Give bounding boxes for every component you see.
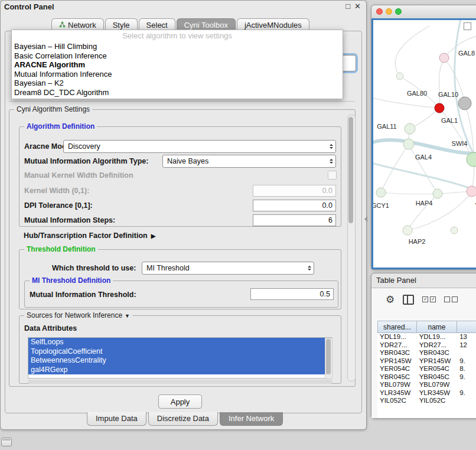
network-node[interactable] xyxy=(403,226,412,235)
table-cell[interactable]: YER054C xyxy=(417,365,457,373)
network-node[interactable] xyxy=(439,53,449,63)
table-cell[interactable]: YLR345W xyxy=(377,389,417,397)
float-window-icon[interactable]: □ xyxy=(345,2,350,11)
table-cell[interactable]: YIL052C xyxy=(417,397,457,405)
table-row[interactable]: YBL079WYBL079W xyxy=(377,381,476,389)
column-selector-icon[interactable] xyxy=(403,295,414,305)
mi-algorithm-type-select[interactable]: Naive Bayes xyxy=(162,155,336,168)
table-cell[interactable] xyxy=(457,381,476,389)
data-attributes-list[interactable]: SelfLoopsTopologicalCoefficientBetweenne… xyxy=(28,337,332,379)
table-cell[interactable]: YBL079W xyxy=(417,381,457,389)
column-header-cut[interactable] xyxy=(457,321,476,333)
list-horizontal-scrollbar[interactable] xyxy=(28,380,332,384)
scrollbar-thumb[interactable] xyxy=(348,117,353,223)
tab-discretize-data[interactable]: Discretize Data xyxy=(148,412,218,426)
table-cell[interactable]: YIL052C xyxy=(377,397,417,405)
close-traffic-light[interactable] xyxy=(376,8,383,15)
group-title[interactable]: Sources for Network Inference▼ xyxy=(24,311,132,319)
algorithm-option[interactable]: Basic Correlation Inference xyxy=(12,51,343,61)
table-cell[interactable] xyxy=(457,397,476,405)
network-node[interactable] xyxy=(376,188,386,197)
table-cell[interactable]: YLR345W xyxy=(417,389,457,397)
collapsed-panel-icon[interactable] xyxy=(1,438,12,446)
scrollbar-thumb[interactable] xyxy=(326,339,331,374)
attribute-item[interactable]: BetweennessCentrality xyxy=(28,356,327,366)
data-attributes-label: Data Attributes xyxy=(24,324,77,332)
table-cell[interactable]: YDR27... xyxy=(377,341,417,350)
table-cell[interactable]: 12 xyxy=(457,341,476,350)
table-cell[interactable]: YPR145W xyxy=(417,357,457,366)
table-cell[interactable]: 9. xyxy=(457,357,476,366)
aracne-mode-select[interactable]: Discovery xyxy=(63,140,336,153)
select-all-columns-icon[interactable]: ✓✓ xyxy=(422,296,436,302)
sources-for-network-inference-group: Sources for Network Inference▼ Data Attr… xyxy=(19,315,341,384)
attribute-item[interactable]: gal4RGexp xyxy=(28,366,327,375)
network-node[interactable] xyxy=(451,227,458,234)
column-header-name[interactable]: name xyxy=(417,321,457,333)
tab-label: Network xyxy=(68,21,96,30)
table-cell[interactable]: YBR043C xyxy=(417,349,457,357)
tab-label: jActiveMNodules xyxy=(244,21,302,30)
tab-infer-network[interactable]: Infer Network xyxy=(220,412,283,426)
table-cell[interactable]: 13 xyxy=(457,333,476,341)
algorithm-option[interactable]: ARACNE Algorithm xyxy=(12,60,343,70)
deselect-all-columns-icon[interactable] xyxy=(444,296,458,302)
dpi-tolerance-field[interactable]: 0.0 xyxy=(253,200,336,211)
network-node[interactable] xyxy=(467,186,476,197)
table-row[interactable]: YIL052CYIL052C xyxy=(377,397,476,405)
table-cell[interactable]: 9. xyxy=(457,389,476,397)
birdseye-view-toggle[interactable] xyxy=(464,22,471,30)
table-row[interactable]: YPR145WYPR145W9. xyxy=(377,357,476,366)
table-cell[interactable]: YPR145W xyxy=(377,357,417,366)
algorithm-option[interactable]: Dream8 DC_TDC Algorithm xyxy=(12,88,343,97)
network-node[interactable] xyxy=(433,189,442,198)
algorithm-definition-group: Algorithm Definition Aracne Mode: Discov… xyxy=(19,126,341,227)
attribute-item[interactable]: TopologicalCoefficient xyxy=(28,347,327,357)
table-row[interactable]: YBR043CYBR043C xyxy=(377,349,476,357)
minimize-traffic-light[interactable] xyxy=(386,8,392,15)
table-cell[interactable]: YDR27... xyxy=(417,341,457,350)
gear-icon[interactable]: ⚙ xyxy=(386,295,395,305)
splitter-handle[interactable] xyxy=(361,216,367,222)
apply-button[interactable]: Apply xyxy=(158,394,202,409)
network-canvas[interactable]: GAL8GAL80GAL10GAL11GAL1SWI4GAL4GCY1HAP4H… xyxy=(371,18,476,269)
table-panel-window: Table Panel ⚙ ✓✓ shared... name YDL19...… xyxy=(371,273,476,419)
table-cell[interactable]: YBR043C xyxy=(377,349,417,357)
network-node[interactable] xyxy=(435,103,444,113)
mi-steps-field[interactable]: 6 xyxy=(253,214,336,226)
table-cell[interactable]: YER054C xyxy=(377,365,417,373)
which-threshold-select[interactable]: MI Threshold xyxy=(142,262,314,275)
table-row[interactable]: YLR345WYLR345W9. xyxy=(377,389,476,397)
table-cell[interactable]: YDL19... xyxy=(417,333,457,341)
algorithm-option[interactable]: Mutual Information Inference xyxy=(12,70,343,79)
close-icon[interactable]: ✕ xyxy=(354,2,361,11)
table-row[interactable]: YER054CYER054C8. xyxy=(377,365,476,373)
network-node[interactable] xyxy=(458,97,471,110)
network-window-titlebar[interactable] xyxy=(371,5,476,19)
column-header-shared-name[interactable]: shared... xyxy=(377,321,417,333)
table-cell[interactable]: YBL079W xyxy=(377,381,417,389)
algorithm-option[interactable]: Bayesian – Hill Climbing xyxy=(12,42,343,51)
hub-transcription-factor-section[interactable]: Hub/Transcription Factor Definition ▶ xyxy=(24,231,155,240)
settings-scrollbar[interactable] xyxy=(347,115,356,381)
attribute-item[interactable]: SelfLoops xyxy=(28,338,327,347)
network-node[interactable] xyxy=(405,123,415,134)
table-row[interactable]: YDR27...YDR27...12 xyxy=(377,341,476,350)
tab-label: Select xyxy=(146,21,168,30)
tab-impute-data[interactable]: Impute Data xyxy=(87,412,146,426)
table-row[interactable]: YBR045CYBR045C9. xyxy=(377,373,476,381)
table-cell[interactable]: YDL19... xyxy=(377,333,417,341)
table-cell[interactable]: YBR045C xyxy=(377,373,417,381)
zoom-traffic-light[interactable] xyxy=(395,8,402,15)
network-node[interactable] xyxy=(403,139,414,149)
algorithm-option[interactable]: Bayesian – K2 xyxy=(12,79,343,88)
table-row[interactable]: YDL19...YDL19...13 xyxy=(377,333,476,341)
list-scrollbar[interactable] xyxy=(325,338,332,379)
mi-threshold-field[interactable]: 0.5 xyxy=(250,288,334,300)
table-cell[interactable]: 9. xyxy=(457,373,476,381)
table-cell[interactable] xyxy=(457,349,476,357)
cyni-bottom-tabs: Impute Data Discretize Data Infer Networ… xyxy=(87,412,285,426)
network-node[interactable] xyxy=(396,73,403,80)
table-cell[interactable]: 8. xyxy=(457,365,476,373)
table-cell[interactable]: YBR045C xyxy=(417,373,457,381)
